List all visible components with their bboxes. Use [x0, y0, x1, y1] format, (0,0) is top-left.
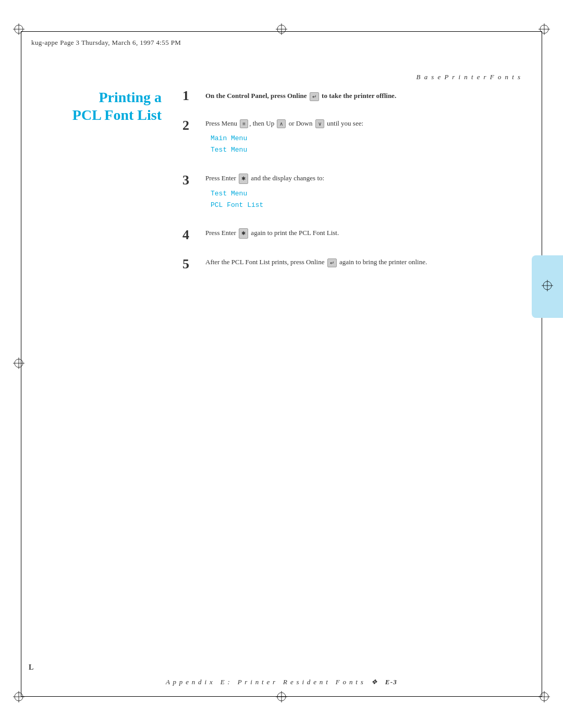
title-line2: PCL Font List: [42, 106, 162, 124]
online-button-icon: ↵: [310, 92, 319, 101]
reg-mark-top-left: [13, 23, 25, 37]
step-number-1: 1: [182, 89, 198, 104]
step-3: 3 Press Enter ✱ and the display changes …: [182, 173, 521, 213]
step-3-text: Press Enter ✱ and the display changes to…: [205, 174, 324, 182]
page-header: kug-appe Page 3 Thursday, March 6, 1997 …: [31, 32, 532, 53]
enter-button-icon-2: ✱: [239, 228, 248, 239]
step-5: 5 After the PCL Font List prints, press …: [182, 257, 521, 272]
up-button-icon: ∧: [277, 119, 286, 128]
content-area: Printing a PCL Font List 1 On the Contro…: [42, 89, 521, 287]
display-line-main-menu: Main Menu: [211, 133, 521, 144]
step-5-content: After the PCL Font List prints, press On…: [205, 257, 521, 268]
title-section: Printing a PCL Font List: [42, 89, 162, 124]
display-line-test-menu-1: Test Menu: [211, 144, 521, 156]
display-line-pcl-font-list: PCL Font List: [211, 200, 521, 211]
step-number-2: 2: [182, 118, 198, 133]
l-mark: L: [29, 663, 33, 672]
step-1-content: On the Control Panel, press Online ↵ to …: [205, 89, 521, 102]
steps-section: 1 On the Control Panel, press Online ↵ t…: [182, 89, 521, 272]
step-4: 4 Press Enter ✱ again to print the PCL F…: [182, 228, 521, 243]
reg-mark-bottom-right: [538, 691, 550, 705]
down-button-icon: ∨: [315, 119, 324, 128]
step-1-bold: On the Control Panel, press Online: [205, 92, 307, 100]
step-2-text: Press Menu ≡, then Up ∧ or Down ∨ until …: [205, 119, 363, 127]
section-title: B a s e P r i n t e r F o n t s: [417, 73, 521, 81]
online-button-icon-2: ↵: [327, 258, 337, 267]
reg-mark-bottom-center: [276, 691, 287, 705]
step-2-content: Press Menu ≡, then Up ∧ or Down ∨ until …: [205, 118, 521, 158]
blue-tab: [532, 255, 563, 318]
footer-appendix: A p p e n d i x E : P r i n t e r R e s …: [166, 678, 383, 686]
display-line-test-menu-2: Test Menu: [211, 188, 521, 200]
reg-mark-left-center: [13, 357, 25, 371]
reg-mark-top-right: [538, 23, 550, 37]
footer-text: A p p e n d i x E : P r i n t e r R e s …: [166, 678, 397, 686]
step-2: 2 Press Menu ≡, then Up ∧ or Down ∨ unti…: [182, 118, 521, 158]
step-2-display: Main Menu Test Menu: [205, 133, 521, 156]
header-text: kug-appe Page 3 Thursday, March 6, 1997 …: [31, 39, 181, 47]
step-4-content: Press Enter ✱ again to print the PCL Fon…: [205, 228, 521, 239]
title-line1: Printing a: [42, 89, 162, 106]
step-1-bold2: to take the printer offline.: [322, 92, 396, 100]
footer: A p p e n d i x E : P r i n t e r R e s …: [42, 678, 521, 686]
right-border: [542, 31, 542, 697]
step-3-content: Press Enter ✱ and the display changes to…: [205, 173, 521, 213]
menu-button-icon: ≡: [240, 119, 248, 128]
reg-mark-bottom-left: [13, 691, 25, 705]
step-number-5: 5: [182, 257, 198, 272]
step-number-4: 4: [182, 228, 198, 243]
step-1: 1 On the Control Panel, press Online ↵ t…: [182, 89, 521, 104]
step-number-3: 3: [182, 173, 198, 188]
footer-page-number: E-3: [385, 678, 397, 686]
step-3-display: Test Menu PCL Font List: [205, 188, 521, 211]
enter-button-icon-1: ✱: [239, 174, 248, 184]
